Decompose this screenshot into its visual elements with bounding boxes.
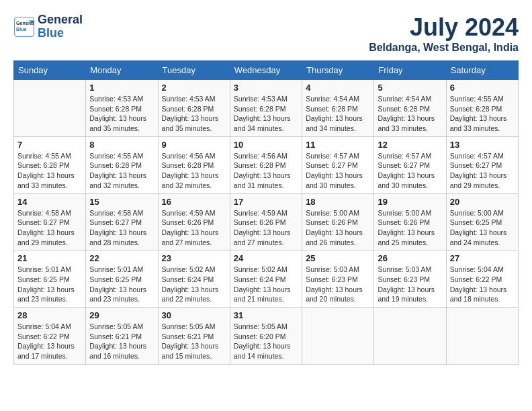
column-header-monday: Monday: [86, 61, 158, 80]
day-number: 19: [378, 197, 442, 207]
header: General Blue General Blue July 2024 Beld…: [13, 13, 519, 54]
calendar-cell: 25Sunrise: 5:03 AM Sunset: 6:23 PM Dayli…: [302, 250, 374, 308]
day-number: 6: [450, 83, 515, 93]
column-header-sunday: Sunday: [14, 61, 86, 80]
calendar-cell: 22Sunrise: 5:01 AM Sunset: 6:25 PM Dayli…: [86, 250, 158, 308]
day-number: 12: [378, 140, 442, 150]
calendar-cell: 4Sunrise: 4:54 AM Sunset: 6:28 PM Daylig…: [302, 80, 374, 137]
calendar-cell: 20Sunrise: 5:00 AM Sunset: 6:25 PM Dayli…: [446, 193, 518, 250]
day-info: Sunrise: 4:56 AM Sunset: 6:28 PM Dayligh…: [234, 151, 298, 191]
day-number: 28: [17, 310, 82, 320]
calendar-cell: 17Sunrise: 4:59 AM Sunset: 6:26 PM Dayli…: [230, 193, 302, 250]
day-number: 16: [162, 197, 226, 207]
day-info: Sunrise: 5:02 AM Sunset: 6:24 PM Dayligh…: [162, 265, 226, 304]
svg-text:Blue: Blue: [16, 26, 27, 32]
day-info: Sunrise: 5:03 AM Sunset: 6:23 PM Dayligh…: [378, 265, 442, 304]
day-info: Sunrise: 4:55 AM Sunset: 6:28 PM Dayligh…: [450, 94, 515, 134]
day-info: Sunrise: 4:58 AM Sunset: 6:27 PM Dayligh…: [89, 208, 154, 248]
calendar-cell: [14, 80, 86, 137]
day-number: 24: [234, 253, 298, 263]
calendar-cell: 12Sunrise: 4:57 AM Sunset: 6:27 PM Dayli…: [374, 136, 446, 193]
day-info: Sunrise: 4:53 AM Sunset: 6:28 PM Dayligh…: [234, 94, 298, 134]
day-number: 26: [378, 253, 442, 263]
day-number: 22: [89, 253, 154, 263]
day-info: Sunrise: 5:05 AM Sunset: 6:20 PM Dayligh…: [234, 322, 298, 361]
logo-line1: General: [38, 13, 83, 26]
day-number: 23: [162, 253, 226, 263]
day-number: 17: [234, 197, 298, 207]
column-header-wednesday: Wednesday: [230, 61, 302, 80]
day-info: Sunrise: 5:00 AM Sunset: 6:26 PM Dayligh…: [378, 208, 442, 248]
day-info: Sunrise: 4:59 AM Sunset: 6:26 PM Dayligh…: [162, 208, 226, 248]
calendar-table: SundayMondayTuesdayWednesdayThursdayFrid…: [13, 60, 519, 365]
column-header-saturday: Saturday: [446, 61, 518, 80]
column-header-tuesday: Tuesday: [158, 61, 230, 80]
day-number: 21: [17, 253, 82, 263]
day-info: Sunrise: 4:55 AM Sunset: 6:28 PM Dayligh…: [89, 151, 154, 191]
day-number: 27: [450, 253, 515, 263]
calendar-cell: 23Sunrise: 5:02 AM Sunset: 6:24 PM Dayli…: [158, 250, 230, 308]
day-number: 29: [89, 310, 154, 320]
page-title: July 2024: [369, 13, 519, 42]
calendar-cell: 3Sunrise: 4:53 AM Sunset: 6:28 PM Daylig…: [230, 80, 302, 137]
calendar-cell: [446, 308, 518, 365]
day-number: 8: [89, 140, 154, 150]
day-info: Sunrise: 4:57 AM Sunset: 6:27 PM Dayligh…: [306, 151, 370, 191]
day-info: Sunrise: 4:54 AM Sunset: 6:28 PM Dayligh…: [306, 94, 370, 134]
calendar-cell: 14Sunrise: 4:58 AM Sunset: 6:27 PM Dayli…: [14, 193, 86, 250]
day-number: 4: [306, 83, 370, 93]
day-info: Sunrise: 4:57 AM Sunset: 6:27 PM Dayligh…: [378, 151, 442, 191]
column-header-friday: Friday: [374, 61, 446, 80]
day-info: Sunrise: 4:57 AM Sunset: 6:27 PM Dayligh…: [450, 151, 515, 191]
calendar-cell: 16Sunrise: 4:59 AM Sunset: 6:26 PM Dayli…: [158, 193, 230, 250]
logo-icon: General Blue: [13, 16, 35, 38]
day-info: Sunrise: 4:53 AM Sunset: 6:28 PM Dayligh…: [89, 94, 154, 134]
logo-text: General Blue: [38, 13, 83, 40]
day-number: 13: [450, 140, 515, 150]
day-info: Sunrise: 4:53 AM Sunset: 6:28 PM Dayligh…: [162, 94, 226, 134]
calendar-cell: 8Sunrise: 4:55 AM Sunset: 6:28 PM Daylig…: [86, 136, 158, 193]
day-number: 1: [89, 83, 154, 93]
day-number: 11: [306, 140, 370, 150]
calendar-cell: 29Sunrise: 5:05 AM Sunset: 6:21 PM Dayli…: [86, 308, 158, 365]
calendar-cell: [302, 308, 374, 365]
calendar-cell: 28Sunrise: 5:04 AM Sunset: 6:22 PM Dayli…: [14, 308, 86, 365]
day-info: Sunrise: 5:04 AM Sunset: 6:22 PM Dayligh…: [450, 265, 515, 304]
day-info: Sunrise: 5:01 AM Sunset: 6:25 PM Dayligh…: [17, 265, 82, 304]
calendar-cell: 30Sunrise: 5:05 AM Sunset: 6:21 PM Dayli…: [158, 308, 230, 365]
logo: General Blue General Blue: [13, 13, 83, 40]
day-number: 14: [17, 197, 82, 207]
day-number: 7: [17, 140, 82, 150]
day-info: Sunrise: 4:59 AM Sunset: 6:26 PM Dayligh…: [234, 208, 298, 248]
day-info: Sunrise: 5:01 AM Sunset: 6:25 PM Dayligh…: [89, 265, 154, 304]
day-info: Sunrise: 4:55 AM Sunset: 6:28 PM Dayligh…: [17, 151, 82, 191]
day-info: Sunrise: 4:56 AM Sunset: 6:28 PM Dayligh…: [162, 151, 226, 191]
calendar-cell: 21Sunrise: 5:01 AM Sunset: 6:25 PM Dayli…: [14, 250, 86, 308]
calendar-cell: 27Sunrise: 5:04 AM Sunset: 6:22 PM Dayli…: [446, 250, 518, 308]
calendar-cell: 19Sunrise: 5:00 AM Sunset: 6:26 PM Dayli…: [374, 193, 446, 250]
calendar-cell: 1Sunrise: 4:53 AM Sunset: 6:28 PM Daylig…: [86, 80, 158, 137]
calendar-cell: 5Sunrise: 4:54 AM Sunset: 6:28 PM Daylig…: [374, 80, 446, 137]
calendar-cell: 24Sunrise: 5:02 AM Sunset: 6:24 PM Dayli…: [230, 250, 302, 308]
day-info: Sunrise: 5:05 AM Sunset: 6:21 PM Dayligh…: [162, 322, 226, 361]
calendar-cell: 11Sunrise: 4:57 AM Sunset: 6:27 PM Dayli…: [302, 136, 374, 193]
day-info: Sunrise: 5:02 AM Sunset: 6:24 PM Dayligh…: [234, 265, 298, 304]
calendar-cell: 15Sunrise: 4:58 AM Sunset: 6:27 PM Dayli…: [86, 193, 158, 250]
column-header-thursday: Thursday: [302, 61, 374, 80]
day-number: 10: [234, 140, 298, 150]
calendar-cell: 10Sunrise: 4:56 AM Sunset: 6:28 PM Dayli…: [230, 136, 302, 193]
day-number: 2: [162, 83, 226, 93]
day-info: Sunrise: 4:58 AM Sunset: 6:27 PM Dayligh…: [17, 208, 82, 248]
day-number: 25: [306, 253, 370, 263]
day-info: Sunrise: 4:54 AM Sunset: 6:28 PM Dayligh…: [378, 94, 442, 134]
day-number: 5: [378, 83, 442, 93]
logo-line2: Blue: [38, 26, 64, 40]
calendar-cell: 18Sunrise: 5:00 AM Sunset: 6:26 PM Dayli…: [302, 193, 374, 250]
day-number: 3: [234, 83, 298, 93]
calendar-cell: 7Sunrise: 4:55 AM Sunset: 6:28 PM Daylig…: [14, 136, 86, 193]
page-subtitle: Beldanga, West Bengal, India: [369, 42, 519, 54]
day-number: 30: [162, 310, 226, 320]
calendar-cell: 26Sunrise: 5:03 AM Sunset: 6:23 PM Dayli…: [374, 250, 446, 308]
calendar-cell: 6Sunrise: 4:55 AM Sunset: 6:28 PM Daylig…: [446, 80, 518, 137]
day-info: Sunrise: 5:05 AM Sunset: 6:21 PM Dayligh…: [89, 322, 154, 361]
